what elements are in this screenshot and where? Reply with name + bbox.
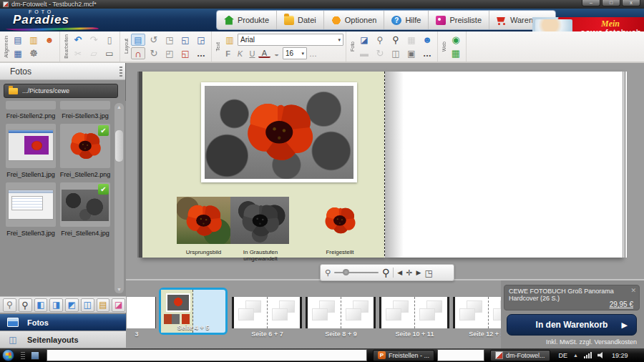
page-preview-icon[interactable] <box>424 266 432 279</box>
spread-view-icon[interactable] <box>389 47 403 59</box>
nav-item-seitenlayouts[interactable]: Seitenlayouts <box>0 331 126 348</box>
more-icon[interactable] <box>420 47 434 59</box>
photo-cutout[interactable] <box>317 197 363 244</box>
next-page-icon[interactable]: ▶ <box>416 269 421 276</box>
zoom-in-icon[interactable] <box>19 298 32 312</box>
scroll-up-icon[interactable]: ▲ <box>114 104 124 109</box>
photos-scrollbar[interactable]: ▲ ▼ <box>114 103 124 293</box>
taskbar-dm-fotowelt[interactable]: dm-Fotowel... <box>490 350 550 361</box>
panel-grip[interactable] <box>119 67 122 77</box>
undo-icon[interactable] <box>71 34 85 46</box>
address-book-icon[interactable] <box>42 34 57 46</box>
scrollbar-thumb[interactable] <box>115 130 123 162</box>
new-image-box-icon[interactable] <box>178 34 192 46</box>
underline-button[interactable]: U <box>246 47 258 59</box>
italic-button[interactable]: K <box>234 47 246 59</box>
zoom-out-photo-icon[interactable] <box>373 34 387 46</box>
clock[interactable]: 19:29 <box>612 352 628 359</box>
filmstrip-spread-12-13[interactable] <box>453 297 501 328</box>
calendar-icon[interactable] <box>404 34 419 46</box>
open-window-strip-2[interactable] <box>437 349 484 361</box>
delete-icon[interactable] <box>102 34 117 46</box>
nav-item-fotos[interactable]: Fotos <box>0 314 126 331</box>
thumbnail-partial[interactable] <box>6 101 56 109</box>
magnet-icon[interactable] <box>131 47 145 59</box>
crop-icon[interactable] <box>357 47 371 59</box>
thumbnail-partial[interactable] <box>60 101 110 109</box>
book-page-right[interactable] <box>385 72 621 258</box>
filmstrip-spread-6-7[interactable] <box>232 297 302 328</box>
menu-preisliste[interactable]: Preisliste <box>429 11 489 29</box>
rotate-left-icon[interactable] <box>147 34 161 46</box>
save-as-icon[interactable] <box>11 47 25 59</box>
rotate-photo-icon[interactable] <box>373 47 387 59</box>
add-to-cart-button[interactable]: In den Warenkorb ▶ <box>507 314 637 336</box>
font-family-select[interactable]: Arial ▾ <box>238 34 343 46</box>
zoom-slider-thumb[interactable] <box>343 269 349 275</box>
web-upload-icon[interactable] <box>449 34 463 46</box>
insert-text-box-icon[interactable] <box>223 34 237 46</box>
delete-image-box-icon[interactable] <box>178 47 192 59</box>
exit-icon[interactable] <box>112 298 125 312</box>
taskbar-freistellen[interactable]: P Freistellen - ... <box>373 350 434 361</box>
bring-forward-icon[interactable] <box>162 34 177 46</box>
snap-lines-icon[interactable] <box>131 34 145 46</box>
minimize-button[interactable]: – <box>582 0 600 6</box>
cut-icon[interactable] <box>71 47 85 59</box>
frame-icon[interactable] <box>404 47 419 59</box>
menu-optionen[interactable]: Optionen <box>324 11 385 29</box>
menu-hilfe[interactable]: Hilfe <box>384 11 429 29</box>
photo-grayscale[interactable] <box>230 197 289 244</box>
fit-page-icon[interactable]: ✛ <box>406 268 412 278</box>
web-layout-icon[interactable] <box>449 47 463 59</box>
zoom-slider[interactable] <box>334 272 379 273</box>
save-icon[interactable] <box>11 34 25 46</box>
settings-icon[interactable] <box>26 47 41 59</box>
zoom-in-icon[interactable]: ⚲ <box>382 267 389 278</box>
more-icon[interactable] <box>194 47 208 59</box>
close-button[interactable]: x <box>622 0 640 6</box>
zoom-in-photo-icon[interactable] <box>389 34 403 46</box>
language-indicator[interactable]: DE <box>559 352 568 359</box>
view-one-icon[interactable] <box>34 298 48 312</box>
rotate-right-icon[interactable] <box>147 47 161 59</box>
send-backward-icon[interactable] <box>162 47 177 59</box>
network-icon[interactable] <box>584 352 592 358</box>
product-price[interactable]: 29,95 € <box>610 300 633 308</box>
menu-datei[interactable]: Datei <box>277 11 324 29</box>
open-icon[interactable] <box>26 34 41 46</box>
tray-expand-icon[interactable]: ▲ <box>573 353 578 358</box>
redo-icon[interactable] <box>87 34 101 46</box>
image-to-front-icon[interactable] <box>194 34 208 46</box>
view-three-icon[interactable] <box>65 298 79 312</box>
thumbnail-frei-stellen2[interactable]: ✔ <box>60 124 110 168</box>
open-window-strip[interactable] <box>47 349 367 361</box>
filmstrip-page-3[interactable] <box>127 297 155 328</box>
previous-page-icon[interactable]: ◀ <box>397 269 402 276</box>
thumbnail-frei-stellen1[interactable] <box>6 124 56 168</box>
font-color-button[interactable]: A <box>258 49 270 58</box>
thumbnail-frei-stellen3[interactable] <box>6 182 56 227</box>
large-photo-frame[interactable] <box>201 82 357 182</box>
zoom-out-icon[interactable] <box>3 298 16 312</box>
filmstrip-spread-4-5-selected[interactable]: Seite 4 + 5 <box>159 288 228 335</box>
copy-icon[interactable] <box>87 47 101 59</box>
zoom-out-icon[interactable]: ⚲ <box>325 268 331 278</box>
filmstrip-spread-10-11[interactable] <box>379 297 449 328</box>
scroll-down-icon[interactable]: ▼ <box>114 287 124 292</box>
quick-launch-icon[interactable] <box>31 351 39 360</box>
maximize-button[interactable]: □ <box>602 0 620 6</box>
photo-original[interactable] <box>177 197 230 244</box>
start-button[interactable] <box>2 349 14 361</box>
filmstrip-spread-8-9[interactable] <box>306 297 376 328</box>
smiley-icon[interactable] <box>420 34 434 46</box>
add-photo-icon[interactable] <box>357 34 371 46</box>
view-four-icon[interactable] <box>81 298 94 312</box>
fill-color-button[interactable] <box>270 47 283 59</box>
paste-icon[interactable] <box>102 47 117 59</box>
menu-produkte[interactable]: Produkte <box>217 11 277 29</box>
view-two-icon[interactable] <box>49 298 63 312</box>
volume-icon[interactable] <box>597 352 605 358</box>
bold-button[interactable]: F <box>222 47 234 59</box>
close-icon[interactable]: ✕ <box>630 287 636 294</box>
